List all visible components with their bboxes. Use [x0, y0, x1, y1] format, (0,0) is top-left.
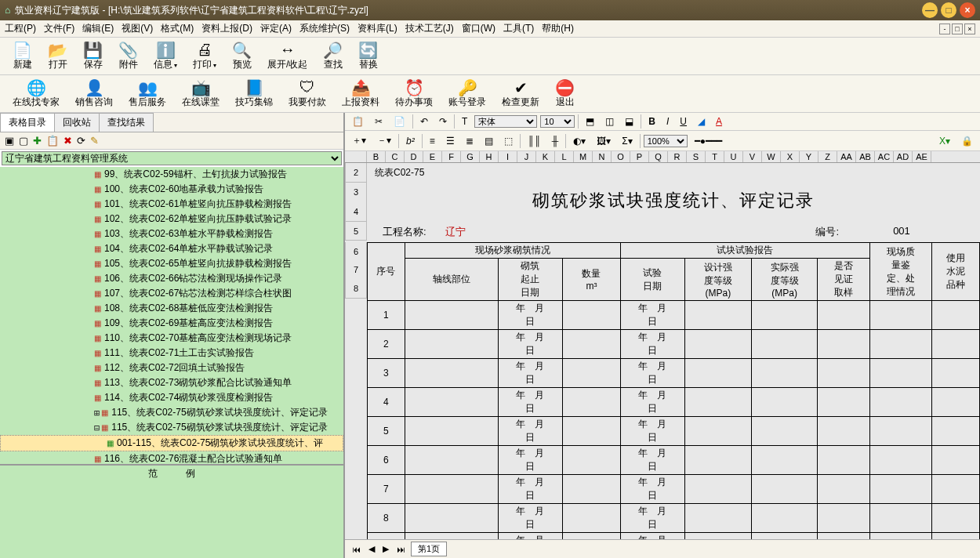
valign-mid-icon[interactable]: ◫ — [601, 114, 618, 129]
menu-item[interactable]: 资料上报(D) — [201, 22, 252, 35]
tree-item[interactable]: ▦104、统表C02-64单桩水平静载试验记录 — [0, 241, 343, 256]
maximize-button[interactable]: □ — [941, 2, 956, 18]
increase-icon[interactable]: ＋▾ — [348, 132, 370, 149]
col-header[interactable]: AD — [894, 151, 913, 162]
spreadsheet-area[interactable]: 2统表C02-75 34砌筑砂浆试块强度统计、评定记录 5 工程名称: 辽宁 编… — [345, 163, 980, 539]
toolbar-在线找专家[interactable]: 🌐在线找专家 — [5, 77, 67, 111]
toolbar-退出[interactable]: ⛔退出 — [547, 77, 583, 111]
col-header[interactable]: G — [461, 151, 480, 162]
col-header[interactable]: E — [423, 151, 442, 162]
mdi-minimize[interactable]: - — [939, 24, 950, 34]
zoom-slider[interactable]: ━●━━━ — [691, 134, 726, 148]
page-tab[interactable]: 第1页 — [411, 542, 447, 556]
table-row[interactable]: 1年 月 日年 月 日 — [368, 301, 980, 330]
col-header[interactable]: AA — [837, 151, 856, 162]
barcode-icon[interactable]: ║║ — [524, 134, 545, 148]
menu-item[interactable]: 工具(T) — [503, 22, 534, 35]
col-header[interactable]: F — [442, 151, 461, 162]
tree-copy-icon[interactable]: 📋 — [46, 135, 59, 147]
tree-collapse-icon[interactable]: ▢ — [19, 135, 28, 147]
export-excel-icon[interactable]: X▾ — [935, 134, 954, 148]
valign-top-icon[interactable]: ⬒ — [582, 114, 598, 129]
tree-root-select[interactable]: 辽宁省建筑工程资料管理系统 — [2, 151, 342, 165]
tree-item[interactable]: ▦99、统表C02-59锚杆、土钉抗拔力试验报告 — [0, 167, 343, 182]
col-header[interactable]: V — [743, 151, 762, 162]
left-tab[interactable]: 表格目录 — [0, 113, 55, 132]
toolbar-账号登录[interactable]: 🔑账号登录 — [441, 77, 494, 111]
tree-refresh-icon[interactable]: ⟳ — [77, 135, 85, 147]
left-tab[interactable]: 查找结果 — [99, 113, 154, 132]
tree-item[interactable]: ▦106、统表C02-66钻芯法检测现场操作记录 — [0, 271, 343, 286]
font-select[interactable]: 宋体 — [474, 115, 537, 128]
toolbar-技巧集锦[interactable]: 📘技巧集锦 — [227, 77, 281, 111]
first-page-icon[interactable]: ⏮ — [350, 545, 363, 554]
menu-item[interactable]: 文件(F) — [44, 22, 74, 35]
col-header[interactable]: O — [612, 151, 630, 162]
tree-tool-icon[interactable]: ✎ — [90, 135, 99, 147]
col-header[interactable]: H — [480, 151, 499, 162]
minimize-button[interactable]: — — [922, 2, 938, 18]
sum-icon[interactable]: Σ▾ — [618, 134, 636, 148]
menu-item[interactable]: 系统维护(S) — [299, 22, 350, 35]
ruler-icon[interactable]: ╫ — [548, 134, 563, 148]
symbol-icon[interactable]: ◐▾ — [569, 134, 590, 148]
form-tree[interactable]: ▦99、统表C02-59锚杆、土钉抗拔力试验报告▦100、统表C02-60地基承… — [0, 167, 343, 464]
col-header[interactable] — [345, 151, 367, 162]
tree-expand-icon[interactable]: ▣ — [5, 135, 14, 147]
undo-icon[interactable]: ↶ — [416, 114, 432, 129]
menu-item[interactable]: 评定(A) — [260, 22, 292, 35]
tree-item[interactable]: ▦110、统表C02-70基桩高应变法检测现场记录 — [0, 331, 343, 346]
menu-item[interactable]: 窗口(W) — [462, 22, 495, 35]
tree-item[interactable]: ⊞▦115、统表C02-75砌筑砂浆试块强度统计、评定记录 — [0, 405, 343, 420]
col-header[interactable]: T — [706, 151, 724, 162]
tree-delete-icon[interactable]: ✖ — [64, 135, 72, 147]
tree-item[interactable]: ▦107、统表C02-67钻芯法检测芯样综合柱状图 — [0, 286, 343, 301]
tree-item[interactable]: ▦114、统表C02-74砌筑砂浆强度检测报告 — [0, 390, 343, 405]
align-justify-icon[interactable]: ▤ — [481, 134, 497, 148]
table-row[interactable]: 9年 月 日年 月 日 — [368, 533, 980, 540]
tree-item[interactable]: ▦101、统表C02-61单桩竖向抗压静载检测报告 — [0, 197, 343, 212]
toolbar-售后服务[interactable]: 👥售后服务 — [121, 77, 174, 111]
italic-icon[interactable]: I — [662, 114, 673, 129]
col-header[interactable]: C — [386, 151, 405, 162]
tree-item[interactable]: ▦103、统表C02-63单桩水平静载检测报告 — [0, 226, 343, 241]
toolbar-上报资料[interactable]: 📤上报资料 — [334, 77, 387, 111]
image-icon[interactable]: 🖼▾ — [593, 134, 615, 148]
table-row[interactable]: 8年 月 日年 月 日 — [368, 504, 980, 533]
table-row[interactable]: 7年 月 日年 月 日 — [368, 475, 980, 504]
font-color-icon[interactable]: A — [712, 114, 726, 129]
col-header[interactable]: N — [593, 151, 612, 162]
zoom-select[interactable]: 100% — [644, 135, 688, 147]
toolbar-预览[interactable]: 🔍预览 — [224, 39, 260, 73]
toolbar-打开[interactable]: 📂打开 — [40, 39, 75, 73]
number-value[interactable]: 001 — [839, 225, 964, 239]
toolbar-我要付款[interactable]: 🛡我要付款 — [281, 77, 334, 111]
valign-bottom-icon[interactable]: ⬓ — [621, 114, 637, 129]
table-row[interactable]: 5年 月 日年 月 日 — [368, 417, 980, 446]
col-header[interactable]: B — [367, 151, 386, 162]
table-row[interactable]: 2年 月 日年 月 日 — [368, 330, 980, 359]
superscript-icon[interactable]: b² — [402, 134, 419, 148]
toolbar-替换[interactable]: 🔄替换 — [350, 39, 386, 73]
col-header[interactable]: D — [405, 151, 423, 162]
col-header[interactable]: U — [724, 151, 743, 162]
mdi-restore[interactable]: □ — [952, 24, 963, 34]
col-header[interactable]: AB — [856, 151, 875, 162]
align-center-icon[interactable]: ☰ — [442, 134, 459, 148]
col-header[interactable]: I — [499, 151, 517, 162]
toolbar-检查更新[interactable]: ✔检查更新 — [494, 77, 547, 111]
tree-item[interactable]: ▦116、统表C02-76混凝土配合比试验通知单 — [0, 451, 343, 464]
align-right-icon[interactable]: ≣ — [462, 134, 477, 148]
align-left-icon[interactable]: ≡ — [426, 134, 439, 148]
menu-item[interactable]: 编辑(E) — [82, 22, 114, 35]
table-row[interactable]: 4年 月 日年 月 日 — [368, 388, 980, 417]
mdi-close[interactable]: × — [964, 24, 975, 34]
toolbar-附件[interactable]: 📎附件 — [111, 39, 146, 73]
col-header[interactable]: Z — [818, 151, 837, 162]
tree-item[interactable]: ▦108、统表C02-68基桩低应变法检测报告 — [0, 301, 343, 316]
tree-item[interactable]: ▦109、统表C02-69基桩高应变法检测报告 — [0, 316, 343, 331]
tree-item[interactable]: ▦105、统表C02-65单桩竖向抗拔静载检测报告 — [0, 256, 343, 271]
toolbar-查找[interactable]: 🔎查找 — [315, 39, 350, 73]
menu-item[interactable]: 工程(P) — [5, 22, 36, 35]
table-row[interactable]: 6年 月 日年 月 日 — [368, 446, 980, 475]
